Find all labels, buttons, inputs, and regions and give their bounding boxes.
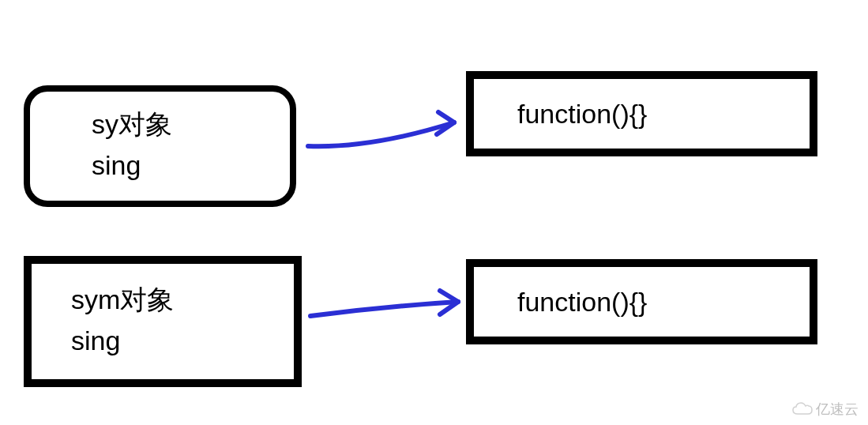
object-box-sy: sy对象 sing xyxy=(24,85,296,207)
object-name-sy: sy对象 xyxy=(92,106,290,144)
function-box-bottom: function(){} xyxy=(466,259,817,344)
arrow-bottom xyxy=(304,276,470,324)
cloud-icon xyxy=(792,402,813,416)
arrow-top xyxy=(300,103,474,158)
object-name-sym: sym对象 xyxy=(71,281,294,319)
function-box-top: function(){} xyxy=(466,71,817,156)
watermark: 亿速云 xyxy=(792,400,859,419)
watermark-text: 亿速云 xyxy=(816,400,859,419)
object-property-sing-2: sing xyxy=(71,319,294,362)
object-box-sym: sym对象 sing xyxy=(24,256,302,387)
object-property-sing-1: sing xyxy=(92,144,290,186)
function-text-top: function(){} xyxy=(517,99,810,130)
function-text-bottom: function(){} xyxy=(517,287,810,318)
